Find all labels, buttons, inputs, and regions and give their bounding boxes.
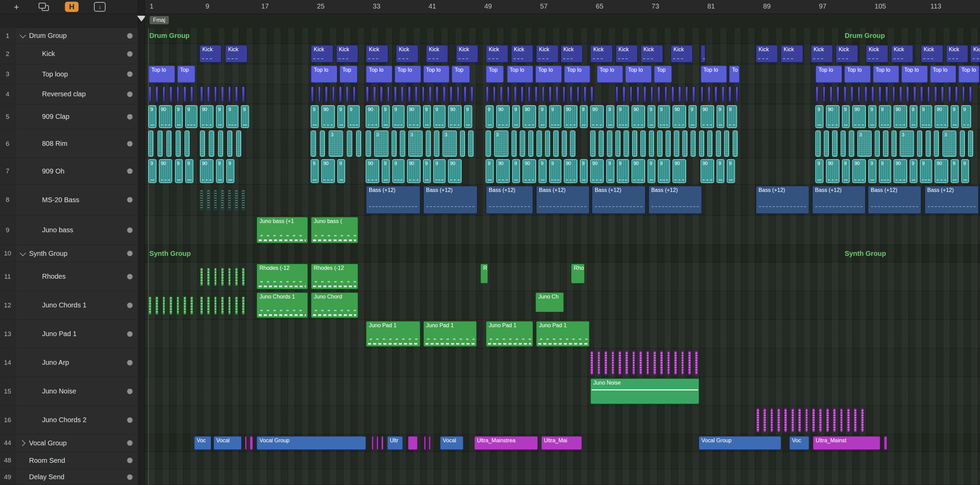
region[interactable] bbox=[391, 130, 397, 157]
region[interactable]: Top bbox=[452, 65, 470, 83]
region[interactable]: Kick bbox=[310, 45, 333, 63]
region[interactable] bbox=[685, 86, 689, 102]
region[interactable] bbox=[310, 130, 316, 157]
region[interactable]: 9 bbox=[382, 159, 390, 183]
region[interactable] bbox=[166, 130, 172, 157]
region[interactable] bbox=[616, 130, 620, 157]
region[interactable] bbox=[426, 130, 431, 157]
region[interactable] bbox=[155, 296, 159, 315]
region[interactable]: 9 bbox=[549, 159, 562, 183]
region[interactable]: 9 bbox=[216, 105, 224, 128]
region[interactable]: 3 bbox=[408, 130, 423, 157]
region[interactable]: 9 bbox=[310, 105, 319, 128]
region[interactable]: 9 bbox=[910, 105, 918, 128]
region[interactable] bbox=[400, 130, 405, 157]
region[interactable] bbox=[235, 267, 238, 286]
import-button[interactable]: ↓ bbox=[94, 2, 106, 12]
region[interactable]: Vocal bbox=[213, 436, 242, 450]
region[interactable]: 9 bbox=[392, 105, 404, 128]
region[interactable] bbox=[463, 86, 467, 102]
track-state-dot[interactable] bbox=[127, 227, 132, 233]
region[interactable] bbox=[583, 86, 587, 102]
region[interactable]: 9 bbox=[216, 159, 224, 183]
region[interactable] bbox=[791, 408, 794, 433]
region[interactable] bbox=[832, 130, 837, 157]
region[interactable] bbox=[607, 130, 612, 157]
region[interactable]: Bass (+12) bbox=[592, 186, 646, 214]
region[interactable] bbox=[415, 86, 418, 102]
region[interactable] bbox=[235, 86, 238, 102]
region[interactable] bbox=[714, 86, 718, 102]
disclosure-chevron-icon[interactable] bbox=[15, 251, 29, 256]
region[interactable]: 9 bbox=[617, 105, 629, 128]
region[interactable]: Kick bbox=[536, 45, 558, 63]
region[interactable] bbox=[470, 86, 474, 102]
region[interactable] bbox=[636, 86, 640, 102]
region[interactable] bbox=[428, 436, 431, 450]
region[interactable] bbox=[366, 130, 371, 157]
region[interactable] bbox=[824, 130, 829, 157]
region[interactable]: Juno Ch bbox=[535, 292, 564, 313]
region[interactable] bbox=[535, 86, 538, 102]
region[interactable]: Bass (+12) bbox=[812, 186, 866, 214]
track-state-dot[interactable] bbox=[127, 197, 132, 202]
region[interactable]: 90 bbox=[366, 159, 379, 183]
region[interactable] bbox=[784, 408, 787, 433]
region[interactable]: Kick bbox=[511, 45, 533, 63]
region[interactable]: 9 bbox=[512, 159, 520, 183]
region[interactable] bbox=[376, 436, 379, 450]
region[interactable]: Top bbox=[177, 65, 196, 83]
region[interactable] bbox=[228, 190, 231, 210]
region[interactable]: Kick bbox=[865, 45, 888, 63]
region[interactable]: Juno Pad 1 bbox=[366, 321, 420, 347]
region[interactable]: Top lo bbox=[366, 65, 393, 83]
region[interactable] bbox=[320, 130, 325, 157]
region[interactable] bbox=[812, 408, 815, 433]
region[interactable]: 90 bbox=[522, 159, 536, 183]
arrange-area[interactable]: KickKickKickKickKickKickKickKickKickKick… bbox=[145, 0, 980, 485]
region[interactable] bbox=[339, 86, 342, 102]
region[interactable]: 90 bbox=[894, 159, 907, 183]
region[interactable] bbox=[428, 86, 432, 102]
region[interactable] bbox=[183, 86, 186, 102]
region[interactable]: 90 bbox=[321, 105, 335, 128]
region[interactable]: Juno bass (+1 bbox=[256, 216, 308, 243]
region[interactable]: Rho bbox=[571, 263, 585, 284]
region[interactable] bbox=[854, 408, 857, 433]
region[interactable] bbox=[148, 86, 152, 102]
region[interactable] bbox=[622, 86, 626, 102]
region[interactable] bbox=[408, 86, 411, 102]
region[interactable]: 9 bbox=[658, 105, 670, 128]
region[interactable] bbox=[514, 86, 517, 102]
bar-ruler[interactable]: 191725334149576573818997105113 bbox=[145, 0, 980, 14]
region[interactable]: 90 bbox=[564, 159, 578, 183]
region[interactable]: 9 bbox=[879, 105, 891, 128]
track-header[interactable]: 44Vocal Group bbox=[0, 434, 138, 452]
region[interactable]: Ultr bbox=[387, 436, 403, 450]
region[interactable] bbox=[657, 130, 662, 157]
region[interactable] bbox=[674, 351, 677, 375]
region[interactable]: 9 bbox=[648, 105, 656, 128]
region[interactable] bbox=[674, 130, 679, 157]
region[interactable] bbox=[724, 130, 729, 157]
region[interactable]: 3 bbox=[374, 130, 388, 157]
region[interactable] bbox=[960, 130, 965, 157]
region[interactable] bbox=[325, 86, 328, 102]
track-state-dot[interactable] bbox=[127, 360, 132, 366]
region[interactable]: 90 bbox=[700, 159, 714, 183]
region[interactable]: 9 bbox=[485, 159, 494, 183]
region[interactable]: Bass (+12) bbox=[423, 186, 478, 214]
region[interactable] bbox=[682, 130, 687, 157]
region[interactable] bbox=[214, 296, 217, 315]
region[interactable] bbox=[394, 86, 397, 102]
region[interactable] bbox=[878, 86, 881, 102]
region[interactable]: 9 bbox=[423, 105, 431, 128]
region[interactable]: 90 bbox=[935, 159, 948, 183]
region[interactable] bbox=[913, 86, 916, 102]
region[interactable]: 9 bbox=[920, 105, 932, 128]
region[interactable]: Kick bbox=[366, 45, 388, 63]
region[interactable] bbox=[632, 351, 636, 375]
region[interactable] bbox=[590, 130, 595, 157]
region[interactable] bbox=[688, 351, 691, 375]
region[interactable]: 9 bbox=[241, 105, 249, 128]
